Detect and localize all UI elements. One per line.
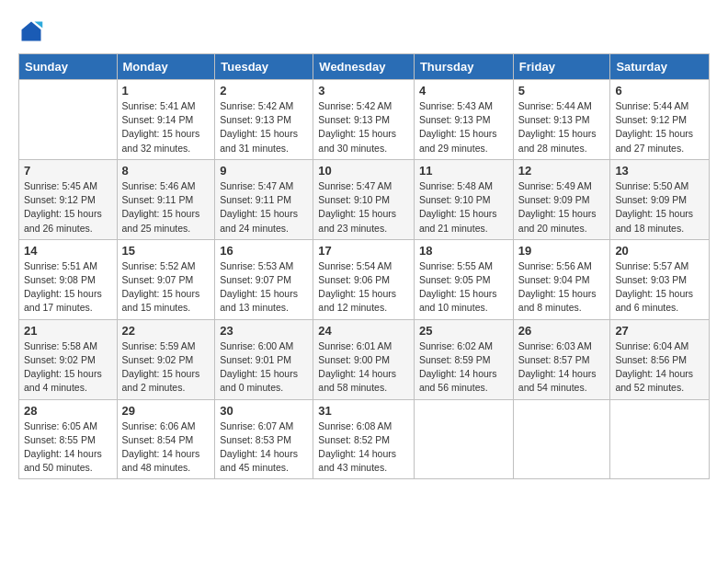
day-info: Sunrise: 5:42 AMSunset: 9:13 PMDaylight:…	[318, 99, 409, 155]
day-number: 13	[615, 164, 704, 178]
logo-icon	[18, 18, 44, 44]
header-cell-tuesday: Tuesday	[215, 54, 313, 80]
day-cell: 16Sunrise: 5:53 AMSunset: 9:07 PMDayligh…	[215, 239, 313, 319]
day-cell	[513, 399, 610, 479]
day-number: 23	[220, 324, 308, 338]
day-cell: 4Sunrise: 5:43 AMSunset: 9:13 PMDaylight…	[414, 80, 513, 160]
day-cell: 2Sunrise: 5:42 AMSunset: 9:13 PMDaylight…	[215, 80, 313, 160]
day-cell: 3Sunrise: 5:42 AMSunset: 9:13 PMDaylight…	[313, 80, 415, 160]
day-cell: 17Sunrise: 5:54 AMSunset: 9:06 PMDayligh…	[313, 239, 415, 319]
day-number: 8	[122, 164, 210, 178]
day-number: 30	[220, 404, 308, 418]
day-cell: 26Sunrise: 6:03 AMSunset: 8:57 PMDayligh…	[513, 319, 610, 399]
week-row: 21Sunrise: 5:58 AMSunset: 9:02 PMDayligh…	[19, 319, 710, 399]
day-number: 24	[318, 324, 409, 338]
day-cell: 27Sunrise: 6:04 AMSunset: 8:56 PMDayligh…	[610, 319, 710, 399]
day-number: 26	[518, 324, 606, 338]
day-info: Sunrise: 6:03 AMSunset: 8:57 PMDaylight:…	[518, 339, 606, 396]
day-number: 12	[518, 164, 606, 178]
day-cell: 29Sunrise: 6:06 AMSunset: 8:54 PMDayligh…	[117, 399, 215, 479]
day-info: Sunrise: 5:59 AMSunset: 9:02 PMDaylight:…	[122, 339, 210, 396]
day-info: Sunrise: 5:57 AMSunset: 9:03 PMDaylight:…	[615, 259, 704, 316]
day-number: 27	[615, 324, 704, 338]
day-cell: 21Sunrise: 5:58 AMSunset: 9:02 PMDayligh…	[19, 319, 118, 399]
day-cell: 22Sunrise: 5:59 AMSunset: 9:02 PMDayligh…	[117, 319, 215, 399]
day-info: Sunrise: 5:47 AMSunset: 9:11 PMDaylight:…	[220, 179, 308, 236]
day-info: Sunrise: 5:44 AMSunset: 9:12 PMDaylight:…	[615, 99, 704, 155]
day-info: Sunrise: 5:46 AMSunset: 9:11 PMDaylight:…	[122, 179, 210, 236]
day-cell: 5Sunrise: 5:44 AMSunset: 9:13 PMDaylight…	[513, 80, 610, 160]
day-number: 22	[122, 324, 210, 338]
day-number: 31	[318, 404, 409, 418]
day-info: Sunrise: 5:42 AMSunset: 9:13 PMDaylight:…	[220, 99, 308, 155]
day-info: Sunrise: 6:07 AMSunset: 8:53 PMDaylight:…	[220, 419, 308, 476]
day-cell	[414, 399, 513, 479]
logo	[18, 18, 48, 44]
day-number: 20	[615, 244, 704, 258]
day-info: Sunrise: 5:58 AMSunset: 9:02 PMDaylight:…	[24, 339, 112, 396]
week-row: 14Sunrise: 5:51 AMSunset: 9:08 PMDayligh…	[19, 239, 710, 319]
day-cell: 12Sunrise: 5:49 AMSunset: 9:09 PMDayligh…	[513, 159, 610, 239]
week-row: 1Sunrise: 5:41 AMSunset: 9:14 PMDaylight…	[19, 80, 710, 160]
day-cell: 23Sunrise: 6:00 AMSunset: 9:01 PMDayligh…	[215, 319, 313, 399]
day-cell: 20Sunrise: 5:57 AMSunset: 9:03 PMDayligh…	[610, 239, 710, 319]
day-number: 1	[122, 84, 210, 98]
header-cell-wednesday: Wednesday	[313, 54, 415, 80]
calendar-header: SundayMondayTuesdayWednesdayThursdayFrid…	[19, 54, 710, 80]
day-number: 15	[122, 244, 210, 258]
day-number: 29	[122, 404, 210, 418]
header-cell-friday: Friday	[513, 54, 610, 80]
day-info: Sunrise: 6:05 AMSunset: 8:55 PMDaylight:…	[24, 419, 112, 476]
day-info: Sunrise: 5:44 AMSunset: 9:13 PMDaylight:…	[518, 99, 606, 155]
day-cell: 8Sunrise: 5:46 AMSunset: 9:11 PMDaylight…	[117, 159, 215, 239]
header-row: SundayMondayTuesdayWednesdayThursdayFrid…	[19, 54, 710, 80]
day-info: Sunrise: 5:56 AMSunset: 9:04 PMDaylight:…	[518, 259, 606, 316]
day-number: 11	[419, 164, 508, 178]
day-cell: 19Sunrise: 5:56 AMSunset: 9:04 PMDayligh…	[513, 239, 610, 319]
week-row: 7Sunrise: 5:45 AMSunset: 9:12 PMDaylight…	[19, 159, 710, 239]
day-info: Sunrise: 5:47 AMSunset: 9:10 PMDaylight:…	[318, 179, 409, 236]
day-info: Sunrise: 5:48 AMSunset: 9:10 PMDaylight:…	[419, 179, 508, 236]
day-info: Sunrise: 6:08 AMSunset: 8:52 PMDaylight:…	[318, 419, 409, 476]
day-number: 7	[24, 164, 112, 178]
svg-marker-0	[22, 22, 41, 41]
day-number: 10	[318, 164, 409, 178]
day-cell: 14Sunrise: 5:51 AMSunset: 9:08 PMDayligh…	[19, 239, 118, 319]
day-cell: 7Sunrise: 5:45 AMSunset: 9:12 PMDaylight…	[19, 159, 118, 239]
day-number: 5	[518, 84, 606, 98]
day-info: Sunrise: 5:51 AMSunset: 9:08 PMDaylight:…	[24, 259, 112, 316]
day-info: Sunrise: 5:49 AMSunset: 9:09 PMDaylight:…	[518, 179, 606, 236]
day-info: Sunrise: 6:00 AMSunset: 9:01 PMDaylight:…	[220, 339, 308, 396]
day-info: Sunrise: 5:41 AMSunset: 9:14 PMDaylight:…	[122, 99, 210, 155]
day-info: Sunrise: 5:55 AMSunset: 9:05 PMDaylight:…	[419, 259, 508, 316]
day-number: 2	[220, 84, 308, 98]
day-number: 28	[24, 404, 112, 418]
week-row: 28Sunrise: 6:05 AMSunset: 8:55 PMDayligh…	[19, 399, 710, 479]
day-info: Sunrise: 6:02 AMSunset: 8:59 PMDaylight:…	[419, 339, 508, 396]
calendar-body: 1Sunrise: 5:41 AMSunset: 9:14 PMDaylight…	[19, 80, 710, 479]
day-cell: 11Sunrise: 5:48 AMSunset: 9:10 PMDayligh…	[414, 159, 513, 239]
day-number: 6	[615, 84, 704, 98]
day-cell: 10Sunrise: 5:47 AMSunset: 9:10 PMDayligh…	[313, 159, 415, 239]
page-header	[18, 18, 710, 44]
day-cell: 25Sunrise: 6:02 AMSunset: 8:59 PMDayligh…	[414, 319, 513, 399]
header-cell-saturday: Saturday	[610, 54, 710, 80]
day-cell: 1Sunrise: 5:41 AMSunset: 9:14 PMDaylight…	[117, 80, 215, 160]
day-number: 9	[220, 164, 308, 178]
day-cell: 6Sunrise: 5:44 AMSunset: 9:12 PMDaylight…	[610, 80, 710, 160]
day-number: 21	[24, 324, 112, 338]
day-cell: 18Sunrise: 5:55 AMSunset: 9:05 PMDayligh…	[414, 239, 513, 319]
header-cell-monday: Monday	[117, 54, 215, 80]
day-info: Sunrise: 6:04 AMSunset: 8:56 PMDaylight:…	[615, 339, 704, 396]
day-info: Sunrise: 5:45 AMSunset: 9:12 PMDaylight:…	[24, 179, 112, 236]
day-cell: 31Sunrise: 6:08 AMSunset: 8:52 PMDayligh…	[313, 399, 415, 479]
day-number: 4	[419, 84, 508, 98]
day-info: Sunrise: 6:01 AMSunset: 9:00 PMDaylight:…	[318, 339, 409, 396]
header-cell-sunday: Sunday	[19, 54, 118, 80]
day-cell: 15Sunrise: 5:52 AMSunset: 9:07 PMDayligh…	[117, 239, 215, 319]
day-cell: 28Sunrise: 6:05 AMSunset: 8:55 PMDayligh…	[19, 399, 118, 479]
day-cell: 24Sunrise: 6:01 AMSunset: 9:00 PMDayligh…	[313, 319, 415, 399]
day-info: Sunrise: 5:54 AMSunset: 9:06 PMDaylight:…	[318, 259, 409, 316]
day-number: 14	[24, 244, 112, 258]
day-cell: 30Sunrise: 6:07 AMSunset: 8:53 PMDayligh…	[215, 399, 313, 479]
